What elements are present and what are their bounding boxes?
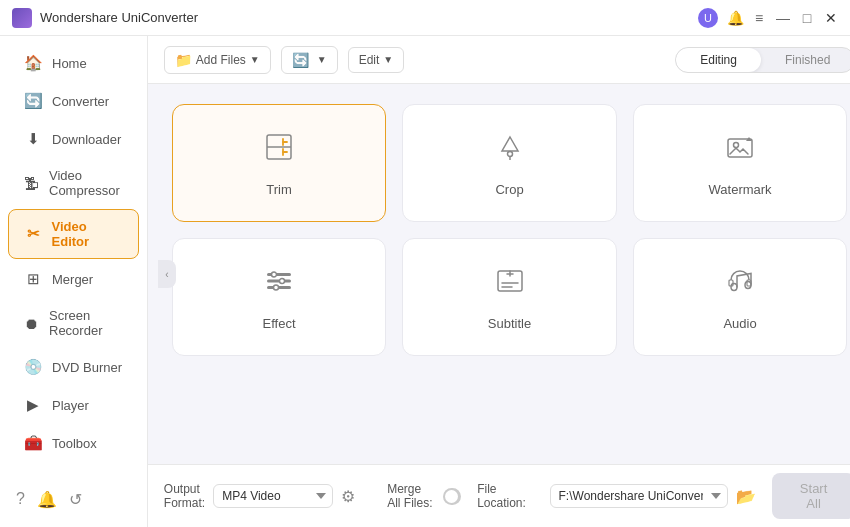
downloader-icon: ⬇ (24, 130, 42, 148)
tab-finished[interactable]: Finished (761, 48, 850, 72)
output-format-label: Output Format: (164, 482, 205, 510)
player-icon: ▶ (24, 396, 42, 414)
file-location-label: File Location: (477, 482, 541, 510)
app-icon (12, 8, 32, 28)
svg-point-10 (280, 279, 285, 284)
tab-editing[interactable]: Editing (676, 48, 761, 72)
sidebar-item-home[interactable]: 🏠 Home (8, 45, 139, 81)
sidebar-label-screen-recorder: Screen Recorder (49, 308, 123, 338)
add-convert-icon: 🔄 (292, 52, 309, 68)
app-title: Wondershare UniConverter (40, 10, 198, 25)
svg-point-5 (734, 143, 739, 148)
edit-chevron: ▼ (383, 54, 393, 65)
sidebar-item-video-compressor[interactable]: 🗜 Video Compressor (8, 159, 139, 207)
feature-effect[interactable]: Effect (172, 238, 387, 356)
toolbox-icon: 🧰 (24, 434, 42, 452)
merge-all-field: Merge All Files: (387, 482, 461, 510)
audio-label: Audio (723, 316, 756, 331)
add-files-icon: 📁 (175, 52, 192, 68)
add-files-button[interactable]: 📁 Add Files ▼ (164, 46, 271, 74)
notification-bell-icon[interactable]: 🔔 (37, 490, 57, 509)
merge-all-toggle[interactable] (443, 488, 462, 505)
edit-dropdown[interactable]: Edit ▼ (348, 47, 405, 73)
sidebar-label-dvd-burner: DVD Burner (52, 360, 122, 375)
sidebar-item-dvd-burner[interactable]: 💿 DVD Burner (8, 349, 139, 385)
feature-watermark[interactable]: Watermark (633, 104, 848, 222)
sidebar-item-toolbox[interactable]: 🧰 Toolbox (8, 425, 139, 461)
sidebar-collapse-button[interactable]: ‹ (158, 260, 176, 288)
maximize-button[interactable]: □ (800, 11, 814, 25)
sidebar-label-home: Home (52, 56, 87, 71)
svg-point-13 (731, 284, 737, 291)
menu-icon[interactable]: ≡ (752, 11, 766, 25)
add-convert-chevron: ▼ (317, 54, 327, 65)
titlebar-controls: U 🔔 ≡ — □ ✕ (698, 8, 838, 28)
editor-main: Trim Crop (148, 84, 850, 464)
user-icon[interactable]: U (698, 8, 718, 28)
bottom-bar: Output Format: MP4 Video ⚙ Merge All Fil… (148, 464, 850, 527)
close-button[interactable]: ✕ (824, 11, 838, 25)
svg-point-9 (272, 272, 277, 277)
subtitle-icon (492, 263, 528, 306)
sidebar-label-toolbox: Toolbox (52, 436, 97, 451)
sidebar-item-screen-recorder[interactable]: ⏺ Screen Recorder (8, 299, 139, 347)
svg-point-2 (507, 152, 512, 157)
sidebar-item-video-editor[interactable]: ✂ Video Editor (8, 209, 139, 259)
video-editor-icon: ✂ (25, 225, 42, 243)
sidebar: 🏠 Home 🔄 Converter ⬇ Downloader 🗜 Video … (0, 36, 148, 527)
edit-label: Edit (359, 53, 380, 67)
merger-icon: ⊞ (24, 270, 42, 288)
svg-marker-1 (502, 137, 518, 151)
trim-icon (261, 129, 297, 172)
sidebar-item-converter[interactable]: 🔄 Converter (8, 83, 139, 119)
add-files-chevron: ▼ (250, 54, 260, 65)
help-icon[interactable]: ? (16, 490, 25, 509)
effect-label: Effect (263, 316, 296, 331)
sidebar-label-video-compressor: Video Compressor (49, 168, 123, 198)
content-area: 📁 Add Files ▼ 🔄 ▼ Edit ▼ Editing Finishe… (148, 36, 850, 527)
refresh-icon[interactable]: ↺ (69, 490, 82, 509)
output-format-field: Output Format: MP4 Video ⚙ (164, 482, 355, 510)
feature-trim[interactable]: Trim (172, 104, 387, 222)
file-location-browse-icon[interactable]: 📂 (736, 487, 756, 506)
file-location-select[interactable]: F:\Wondershare UniConverter (550, 484, 728, 508)
crop-icon (492, 129, 528, 172)
subtitle-label: Subtitle (488, 316, 531, 331)
feature-crop[interactable]: Crop (402, 104, 617, 222)
titlebar: Wondershare UniConverter U 🔔 ≡ — □ ✕ (0, 0, 850, 36)
sidebar-label-player: Player (52, 398, 89, 413)
tab-group: Editing Finished (675, 47, 850, 73)
merge-all-label: Merge All Files: (387, 482, 434, 510)
sidebar-item-merger[interactable]: ⊞ Merger (8, 261, 139, 297)
svg-rect-6 (267, 273, 291, 276)
video-compressor-icon: 🗜 (24, 175, 39, 192)
feature-audio[interactable]: Audio (633, 238, 848, 356)
titlebar-left: Wondershare UniConverter (12, 8, 198, 28)
output-settings-icon[interactable]: ⚙ (341, 487, 355, 506)
trim-label: Trim (266, 182, 292, 197)
output-format-select[interactable]: MP4 Video (213, 484, 333, 508)
home-icon: 🏠 (24, 54, 42, 72)
watermark-label: Watermark (709, 182, 772, 197)
file-location-field: File Location: F:\Wondershare UniConvert… (477, 482, 756, 510)
sidebar-label-video-editor: Video Editor (52, 219, 122, 249)
feature-subtitle[interactable]: Subtitle (402, 238, 617, 356)
converter-icon: 🔄 (24, 92, 42, 110)
add-convert-button[interactable]: 🔄 ▼ (281, 46, 338, 74)
svg-point-14 (745, 282, 751, 289)
sidebar-item-player[interactable]: ▶ Player (8, 387, 139, 423)
effect-icon (261, 263, 297, 306)
add-files-label: Add Files (196, 53, 246, 67)
notification-icon[interactable]: 🔔 (728, 11, 742, 25)
sidebar-label-converter: Converter (52, 94, 109, 109)
sidebar-item-downloader[interactable]: ⬇ Downloader (8, 121, 139, 157)
toolbar: 📁 Add Files ▼ 🔄 ▼ Edit ▼ Editing Finishe… (148, 36, 850, 84)
svg-point-11 (274, 285, 279, 290)
sidebar-label-downloader: Downloader (52, 132, 121, 147)
screen-recorder-icon: ⏺ (24, 315, 39, 332)
minimize-button[interactable]: — (776, 11, 790, 25)
start-all-button[interactable]: Start All (772, 473, 850, 519)
dvd-burner-icon: 💿 (24, 358, 42, 376)
sidebar-bottom: ? 🔔 ↺ (0, 480, 147, 519)
main-layout: 🏠 Home 🔄 Converter ⬇ Downloader 🗜 Video … (0, 36, 850, 527)
